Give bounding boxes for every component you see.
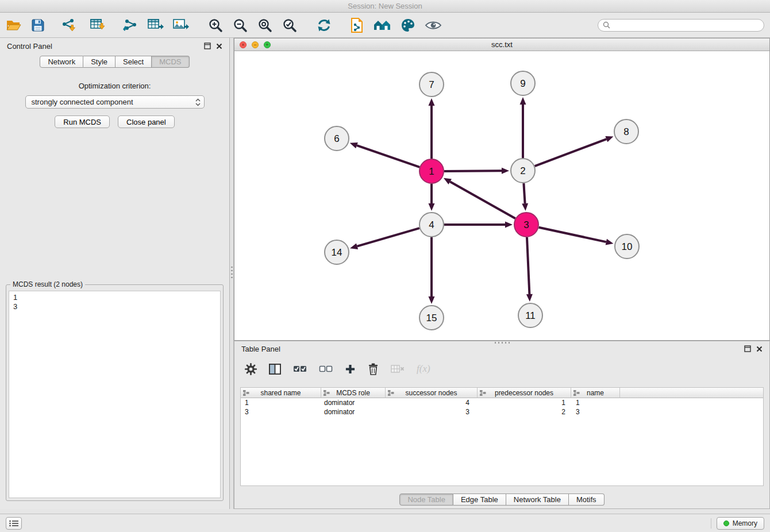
graph-edge-1-2[interactable] <box>444 171 502 171</box>
tab-style[interactable]: Style <box>83 56 116 68</box>
close-panel-button[interactable]: Close panel <box>118 115 175 128</box>
export-table-button[interactable] <box>147 16 164 34</box>
deselect-all-rows-button[interactable] <box>319 360 333 378</box>
graph-node-9[interactable]: 9 <box>511 71 535 95</box>
graph-edge-4-14[interactable] <box>357 228 419 246</box>
column-tree-icon <box>388 390 394 396</box>
vertical-splitter[interactable] <box>230 38 234 509</box>
graph-node-15[interactable]: 15 <box>419 306 444 330</box>
memory-button[interactable]: Memory <box>717 517 764 530</box>
network-window-title: scc.txt <box>491 40 513 49</box>
graph-node-4[interactable]: 4 <box>419 213 444 237</box>
tab-network[interactable]: Network <box>40 56 83 68</box>
import-network-button[interactable] <box>60 16 77 34</box>
table-tab-network-table[interactable]: Network Table <box>506 494 569 506</box>
graph-edge-arrowhead <box>522 203 528 211</box>
minimize-window-icon[interactable]: − <box>252 41 259 48</box>
graph-node-14[interactable]: 14 <box>325 240 349 264</box>
control-panel-tabs: NetworkStyleSelectMCDS <box>0 56 229 68</box>
table-cell-shared_name: 1 <box>241 398 321 407</box>
column-header-shared_name[interactable]: shared name <box>241 388 321 398</box>
network-window-titlebar[interactable]: × − + scc.txt <box>234 38 769 51</box>
column-header-label: shared name <box>260 389 301 397</box>
table-tab-edge-table[interactable]: Edge Table <box>453 494 506 506</box>
trash-icon <box>368 363 379 375</box>
column-header-successor_nodes[interactable]: successor nodes <box>386 388 478 398</box>
graph-edge-arrowhead <box>502 168 509 174</box>
close-control-panel-icon[interactable] <box>216 43 222 49</box>
window-titlebar[interactable]: Session: New Session <box>0 0 770 13</box>
zoom-out-button[interactable] <box>233 16 248 34</box>
table-row[interactable]: 1dominator411 <box>241 398 763 407</box>
new-network-button[interactable] <box>373 16 391 34</box>
delete-button[interactable] <box>368 360 379 378</box>
save-session-button[interactable] <box>31 16 45 34</box>
graph-edge-arrowhead <box>520 97 526 105</box>
column-tree-icon <box>324 390 330 396</box>
graph-edge-1-6[interactable] <box>357 145 419 167</box>
network-canvas[interactable]: 7968124314101511 <box>234 51 769 340</box>
control-panel-title: Control Panel <box>7 42 52 51</box>
zoom-tool-group <box>208 16 297 34</box>
add-button[interactable] <box>345 360 356 378</box>
column-header-predecessor_nodes[interactable]: predecessor nodes <box>478 388 571 398</box>
network-window: × − + scc.txt 7968124314101511 <box>234 38 770 341</box>
graph-node-7[interactable]: 7 <box>419 72 444 97</box>
float-table-panel-icon[interactable] <box>744 345 751 352</box>
tab-select[interactable]: Select <box>116 56 152 68</box>
search-box[interactable] <box>598 19 764 32</box>
search-input[interactable] <box>613 21 759 29</box>
select-all-rows-button[interactable] <box>293 360 307 378</box>
horizontal-splitter-grip[interactable] <box>495 342 510 344</box>
import-table-button[interactable] <box>90 16 107 34</box>
apply-style-button[interactable] <box>401 16 415 34</box>
save-icon <box>31 18 45 32</box>
network-file-button[interactable] <box>350 16 364 34</box>
show-details-button[interactable] <box>425 16 442 34</box>
export-image-button[interactable] <box>172 16 190 34</box>
zoom-selected-button[interactable] <box>282 16 297 34</box>
zoom-in-button[interactable] <box>208 16 223 34</box>
column-header-name[interactable]: name <box>571 388 620 398</box>
zoom-in-icon <box>208 18 223 33</box>
table-cell-name: 1 <box>571 398 620 407</box>
graph-edge-3-1[interactable] <box>450 182 515 218</box>
column-tree-icon <box>480 390 486 396</box>
graph-edge-3-11[interactable] <box>527 237 529 294</box>
graph-node-11[interactable]: 11 <box>518 303 542 327</box>
optimization-criterion-select[interactable]: strongly connected component <box>25 95 205 109</box>
float-panel-icon[interactable] <box>204 43 211 49</box>
export-table-icon <box>147 18 164 33</box>
graph-edge-2-3[interactable] <box>523 183 525 203</box>
graph-node-10[interactable]: 10 <box>615 234 639 259</box>
graph-node-6[interactable]: 6 <box>325 126 349 151</box>
graph-node-8[interactable]: 8 <box>614 119 638 144</box>
network-graph[interactable]: 7968124314101511 <box>234 51 769 340</box>
export-network-button[interactable] <box>122 16 139 34</box>
close-table-panel-icon[interactable] <box>756 346 763 352</box>
show-column-panel-button[interactable] <box>269 360 281 378</box>
tab-mcds[interactable]: MCDS <box>152 56 189 68</box>
table-cell-filler <box>620 398 763 407</box>
graph-edge-arrowhead <box>350 243 358 249</box>
close-window-icon[interactable]: × <box>240 41 247 48</box>
table-settings-button[interactable] <box>245 360 257 378</box>
table-tab-motifs[interactable]: Motifs <box>569 494 605 506</box>
mcds-result-list[interactable]: 13 <box>9 291 221 498</box>
task-history-button[interactable] <box>6 517 22 530</box>
mcds-result-line: 1 <box>13 293 216 302</box>
graph-edge-2-8[interactable] <box>535 139 607 166</box>
graph-node-1[interactable]: 1 <box>419 159 444 183</box>
table-tab-node-table[interactable]: Node Table <box>399 494 453 506</box>
zoom-window-icon[interactable]: + <box>264 41 271 48</box>
run-mcds-button[interactable]: Run MCDS <box>55 115 110 128</box>
refresh-button[interactable] <box>317 16 332 34</box>
table-row[interactable]: 3dominator323 <box>241 407 763 417</box>
open-file-button[interactable] <box>6 16 22 34</box>
zoom-fit-button[interactable] <box>257 16 272 34</box>
graph-node-3[interactable]: 3 <box>514 213 538 237</box>
graph-node-2[interactable]: 2 <box>511 159 535 183</box>
graph-edge-3-10[interactable] <box>539 228 606 242</box>
column-header-mcds_role[interactable]: MCDS role <box>321 388 386 398</box>
svg-text:3: 3 <box>523 219 529 230</box>
